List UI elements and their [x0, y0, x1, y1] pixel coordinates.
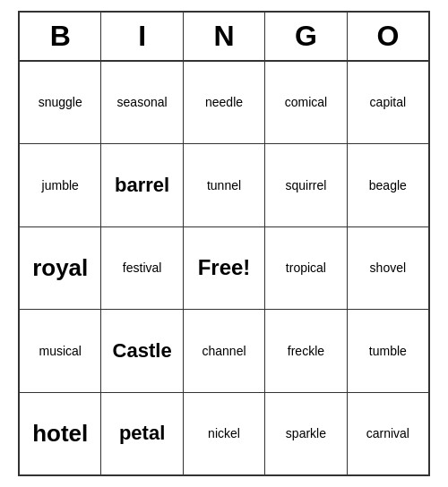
- bingo-grid: snuggleseasonalneedlecomicalcapitaljumbl…: [20, 62, 428, 474]
- bingo-cell-3-0: musical: [20, 310, 101, 391]
- bingo-row-0: snuggleseasonalneedlecomicalcapital: [20, 62, 428, 144]
- bingo-cell-0-4: capital: [348, 62, 428, 143]
- bingo-cell-3-2: channel: [184, 310, 265, 391]
- bingo-row-3: musicalCastlechannelfreckletumble: [20, 310, 428, 392]
- bingo-cell-0-1: seasonal: [101, 62, 183, 143]
- bingo-row-1: jumblebarreltunnelsquirrelbeagle: [20, 144, 428, 226]
- header-letter-G: G: [265, 13, 347, 60]
- bingo-header: BINGO: [20, 13, 428, 62]
- bingo-cell-4-4: carnival: [348, 393, 428, 474]
- header-letter-N: N: [184, 13, 265, 60]
- bingo-cell-4-1: petal: [101, 393, 183, 474]
- bingo-cell-3-3: freckle: [265, 310, 347, 391]
- header-letter-O: O: [348, 13, 428, 60]
- bingo-cell-2-0: royal: [20, 227, 101, 309]
- bingo-cell-2-3: tropical: [265, 227, 347, 309]
- bingo-cell-1-2: tunnel: [184, 144, 265, 226]
- bingo-cell-0-0: snuggle: [20, 62, 101, 143]
- bingo-cell-0-2: needle: [184, 62, 265, 143]
- bingo-row-2: royalfestivalFree!tropicalshovel: [20, 227, 428, 310]
- bingo-cell-1-3: squirrel: [265, 144, 347, 226]
- bingo-cell-4-2: nickel: [184, 393, 265, 474]
- bingo-cell-0-3: comical: [265, 62, 347, 143]
- bingo-row-4: hotelpetalnickelsparklecarnival: [20, 393, 428, 474]
- header-letter-I: I: [101, 13, 183, 60]
- bingo-cell-1-0: jumble: [20, 144, 101, 226]
- bingo-cell-4-0: hotel: [20, 393, 101, 474]
- bingo-cell-2-1: festival: [101, 227, 183, 309]
- bingo-cell-1-4: beagle: [348, 144, 428, 226]
- bingo-cell-1-1: barrel: [101, 144, 183, 226]
- bingo-cell-4-3: sparkle: [265, 393, 347, 474]
- bingo-card: BINGO snuggleseasonalneedlecomicalcapita…: [18, 11, 430, 476]
- bingo-cell-2-2: Free!: [184, 227, 265, 309]
- header-letter-B: B: [20, 13, 101, 60]
- bingo-cell-2-4: shovel: [348, 227, 428, 309]
- bingo-cell-3-1: Castle: [101, 310, 183, 391]
- bingo-cell-3-4: tumble: [348, 310, 428, 391]
